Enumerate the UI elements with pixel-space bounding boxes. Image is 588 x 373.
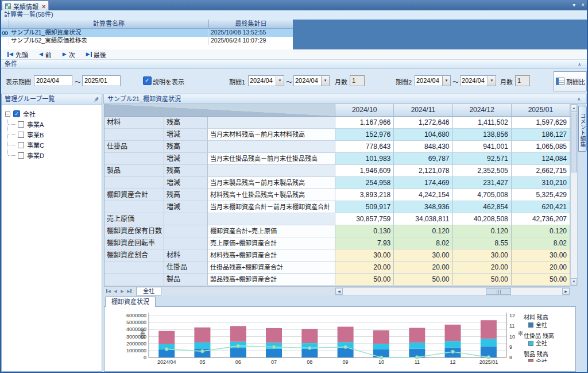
value-cell[interactable]: 848,430 <box>394 141 452 153</box>
vertical-scrollbar-thumb[interactable] <box>571 113 577 172</box>
collapse-chevron-icon[interactable]: ∧ <box>578 60 581 69</box>
table-vertical-scrollbar[interactable]: ▲ ▼ <box>570 104 578 286</box>
value-cell[interactable]: 152,976 <box>335 129 394 141</box>
value-cell[interactable]: 30.00 <box>335 249 394 262</box>
chevron-down-icon[interactable]: ▼ <box>321 76 329 86</box>
chevron-down-icon[interactable]: ▼ <box>442 76 450 86</box>
value-cell[interactable]: 1,272,646 <box>394 117 452 129</box>
table-horizontal-scrollbar[interactable]: ◀ ▶ <box>335 287 570 295</box>
value-cell[interactable]: 20.00 <box>512 262 570 274</box>
checkbox-unchecked[interactable] <box>18 152 24 159</box>
period2-to-select[interactable]: 2024/04 ▼ <box>460 75 496 86</box>
corner-header-cell[interactable] <box>105 104 335 117</box>
value-cell[interactable]: 92,571 <box>453 153 512 165</box>
value-cell[interactable]: 30,857,759 <box>335 213 394 225</box>
next-record-button[interactable]: ▶ 次 <box>57 49 80 60</box>
months1-input[interactable]: 1 <box>350 75 365 86</box>
value-cell[interactable]: 30.00 <box>453 249 512 262</box>
value-cell[interactable]: 778,643 <box>335 141 394 153</box>
legend-entry[interactable]: 全社 <box>524 340 574 347</box>
value-cell[interactable]: 1,597,629 <box>512 117 570 129</box>
value-cell[interactable]: 310,210 <box>512 177 570 189</box>
value-cell[interactable]: 1,065,085 <box>512 141 570 153</box>
pin-icon[interactable] <box>94 96 99 106</box>
months2-input[interactable]: 1 <box>515 75 530 86</box>
column-header-date[interactable]: 最終集計日 <box>209 20 293 29</box>
value-cell[interactable]: 174,469 <box>394 177 452 189</box>
value-cell[interactable]: 20.00 <box>335 262 394 274</box>
sheet-prev-button[interactable]: ◀ <box>112 287 119 295</box>
chevron-down-icon[interactable]: ▼ <box>488 76 496 86</box>
chevron-down-icon[interactable]: ▼ <box>276 76 284 86</box>
value-cell[interactable]: 30.00 <box>394 249 452 262</box>
period2-from-select[interactable]: 2024/04 ▼ <box>415 75 451 86</box>
value-cell[interactable]: 348,936 <box>394 201 452 213</box>
value-cell[interactable]: 8.02 <box>394 237 452 249</box>
tree-root-item[interactable]: − ✓ 全社 <box>2 109 102 119</box>
last-record-button[interactable]: ▶ 最後 <box>80 49 111 60</box>
value-cell[interactable]: 941,001 <box>453 141 512 153</box>
window-menu-icon[interactable]: ▾ <box>572 1 575 10</box>
tab-comment-edit[interactable]: コメント編集 <box>578 106 587 152</box>
value-cell[interactable]: 34,038,811 <box>394 213 452 225</box>
value-cell[interactable]: 42,736,207 <box>512 213 570 225</box>
value-cell[interactable]: 69,787 <box>394 153 452 165</box>
value-cell[interactable]: 50.00 <box>335 274 394 286</box>
display-period-from-input[interactable]: 2024/04 <box>34 75 72 86</box>
value-cell[interactable]: 101,983 <box>335 153 394 165</box>
value-cell[interactable]: 20.00 <box>453 262 512 274</box>
sheet-last-button[interactable]: ▶ <box>126 287 133 295</box>
value-cell[interactable]: 50.00 <box>394 274 452 286</box>
column-header[interactable]: 2024/10 <box>335 104 394 117</box>
value-cell[interactable]: 20.00 <box>394 262 452 274</box>
value-cell[interactable]: 7.93 <box>335 237 394 249</box>
value-cell[interactable]: 620,421 <box>512 201 570 213</box>
show-description-checkbox[interactable]: ✓ <box>143 76 152 85</box>
checkbox-unchecked[interactable] <box>18 121 24 128</box>
report-list-row[interactable]: サンプル21_棚卸資産状況2025/10/08 13:52:55 <box>1 29 293 37</box>
value-cell[interactable]: 104,680 <box>394 129 452 141</box>
display-period-to-input[interactable]: 2025/01 <box>82 75 121 86</box>
conditions-section-header[interactable]: 条件 ∧ <box>1 60 587 69</box>
period1-from-select[interactable]: 2024/04 ▼ <box>248 75 284 86</box>
legend-entry[interactable]: 全社 <box>524 321 574 329</box>
column-header[interactable]: 2025/01 <box>512 104 570 117</box>
value-cell[interactable]: 124,084 <box>512 153 570 165</box>
sheet-first-button[interactable]: ◀ <box>105 287 112 295</box>
collapse-chevron-icon[interactable]: ∧ <box>577 95 581 104</box>
scroll-down-button[interactable]: ▼ <box>571 278 577 286</box>
report-panel-header[interactable]: サンプル21_棚卸資産状況 ∧ <box>103 94 587 104</box>
value-cell[interactable]: 186,127 <box>512 129 570 141</box>
column-header-name[interactable]: 計算書名称 <box>9 20 209 29</box>
value-cell[interactable]: 5,325,429 <box>512 189 570 201</box>
column-header[interactable]: 2024/12 <box>453 104 512 117</box>
value-cell[interactable]: 3,893,218 <box>335 189 394 201</box>
value-cell[interactable]: 40,208,508 <box>453 213 512 225</box>
scroll-up-button[interactable]: ▲ <box>571 105 577 112</box>
first-record-button[interactable]: ◀ 先頭 <box>2 49 33 60</box>
scroll-left-button[interactable]: ◀ <box>335 288 343 295</box>
sheet-tab-company[interactable]: 全社 <box>136 287 161 295</box>
value-cell[interactable]: 8.02 <box>512 237 570 249</box>
period-compare-button[interactable]: 期間比 <box>554 71 587 91</box>
period1-to-select[interactable]: 2024/04 ▼ <box>293 75 330 86</box>
value-cell[interactable]: 2,662,715 <box>512 165 570 177</box>
value-cell[interactable]: 50.00 <box>512 274 570 286</box>
value-cell[interactable]: 0.120 <box>512 225 570 237</box>
tree-item[interactable]: 事業D <box>2 150 102 160</box>
prev-record-button[interactable]: ◀ 前 <box>33 49 57 60</box>
value-cell[interactable]: 138,856 <box>453 129 512 141</box>
value-cell[interactable]: 0.120 <box>394 225 452 237</box>
scroll-right-button[interactable]: ▶ <box>562 288 570 295</box>
value-cell[interactable]: 0.130 <box>335 225 394 237</box>
checkbox-unchecked[interactable] <box>18 142 24 148</box>
tree-item[interactable]: 事業C <box>2 140 102 150</box>
tab-inventory-status-chart[interactable]: 棚卸資産状況 <box>105 297 156 307</box>
value-cell[interactable]: 2,352,505 <box>453 165 512 177</box>
value-cell[interactable]: 2,121,078 <box>394 165 452 177</box>
tree-item[interactable]: 事業A <box>2 119 102 129</box>
value-cell[interactable]: 1,167,966 <box>335 117 394 129</box>
window-close-icon[interactable]: × <box>581 1 585 10</box>
value-cell[interactable]: 4,705,008 <box>453 189 512 201</box>
value-cell[interactable]: 231,427 <box>453 177 512 189</box>
